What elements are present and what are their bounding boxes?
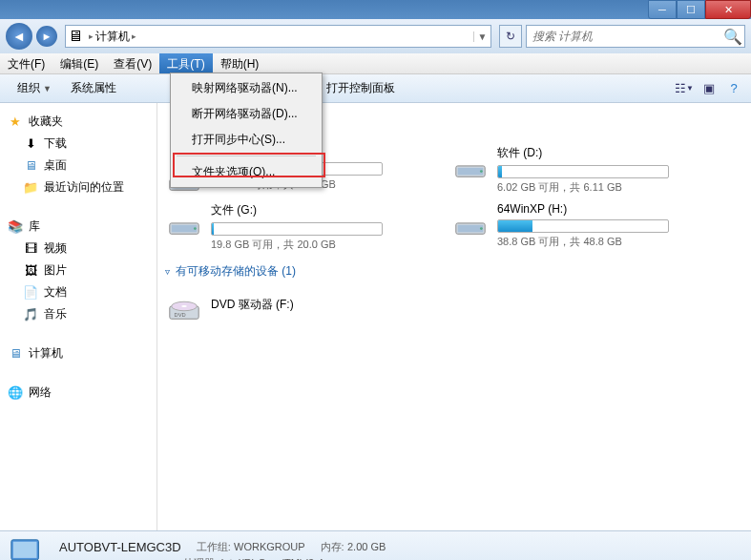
minimize-button[interactable]: ─: [648, 0, 677, 19]
window-controls: ─ ☐ ✕: [648, 0, 751, 19]
menu-item-folder-options[interactable]: 文件夹选项(O)...: [173, 159, 320, 185]
menu-item-sync-center[interactable]: 打开同步中心(S)...: [173, 127, 320, 153]
computer-name: AUTOBVT-LEMGC3D: [59, 540, 181, 554]
close-button[interactable]: ✕: [705, 0, 751, 19]
breadcrumb-segment[interactable]: ▸ 计算机 ▸: [85, 29, 140, 45]
menu-tools[interactable]: 工具(T): [159, 53, 212, 73]
tree-videos[interactable]: 🎞视频: [0, 238, 156, 259]
status-details: AUTOBVT-LEMGC3D 工作组: WORKGROUP 内存: 2.00 …: [59, 540, 386, 561]
desktop-icon: 🖥: [23, 158, 38, 174]
search-box[interactable]: 🔍: [526, 25, 745, 48]
address-dropdown-button[interactable]: ▼: [473, 31, 490, 42]
forward-button[interactable]: ►: [36, 26, 57, 47]
drive-label: DVD 驱动器 (F:): [211, 297, 432, 313]
hard-drive-icon: [165, 202, 203, 240]
explorer-body: ★收藏夹 ⬇下载 🖥桌面 📁最近访问的位置 📚库 🎞视频 🖼图片 📄文档 🎵音乐…: [0, 103, 751, 530]
svg-rect-7: [172, 225, 198, 233]
video-icon: 🎞: [23, 241, 38, 257]
svg-point-14: [181, 305, 187, 307]
drive-usage-bar: [211, 222, 383, 236]
drive-usage-bar: [497, 219, 669, 233]
navigation-pane: ★收藏夹 ⬇下载 🖥桌面 📁最近访问的位置 📚库 🎞视频 🖼图片 📄文档 🎵音乐…: [0, 103, 157, 530]
search-input[interactable]: [527, 30, 721, 43]
command-bar: 组织▼ 系统属性 打开控制面板 ☷▼ ▣ ?: [0, 74, 751, 103]
system-properties-button[interactable]: 系统属性: [61, 80, 126, 96]
menu-edit[interactable]: 编辑(E): [52, 53, 106, 73]
svg-point-5: [480, 170, 483, 173]
svg-text:DVD: DVD: [175, 312, 186, 318]
svg-rect-17: [13, 542, 37, 558]
maximize-button[interactable]: ☐: [677, 0, 705, 19]
organize-button[interactable]: 组织▼: [8, 80, 61, 96]
drive-usage-bar: [497, 165, 669, 178]
svg-rect-4: [458, 168, 484, 176]
menu-view[interactable]: 查看(V): [106, 53, 159, 73]
drive-label: 文件 (G:): [211, 202, 432, 218]
drive-stats: 38.8 GB 可用，共 48.8 GB: [497, 235, 719, 249]
window-titlebar: ─ ☐ ✕: [0, 0, 751, 19]
collapse-icon: ▿: [165, 266, 170, 277]
recent-icon: 📁: [23, 180, 38, 196]
drive-item-d[interactable]: 软件 (D:) 6.02 GB 可用，共 6.11 GB: [451, 145, 719, 197]
tools-dropdown-menu: 映射网络驱动器(N)... 断开网络驱动器(D)... 打开同步中心(S)...…: [170, 73, 323, 188]
library-icon: 📚: [8, 219, 23, 235]
help-button[interactable]: ?: [724, 79, 743, 98]
svg-rect-10: [458, 225, 484, 233]
star-icon: ★: [8, 114, 23, 130]
preview-pane-button[interactable]: ▣: [699, 79, 719, 98]
tree-pictures[interactable]: 🖼图片: [0, 259, 156, 281]
menu-help[interactable]: 帮助(H): [213, 53, 267, 73]
search-icon: 🔍: [721, 28, 744, 46]
drive-label: 软件 (D:): [497, 145, 719, 161]
tree-computer[interactable]: 🖥计算机: [0, 342, 156, 364]
svg-point-11: [480, 227, 483, 230]
document-icon: 📄: [23, 285, 38, 301]
menu-file[interactable]: 文件(F): [0, 53, 52, 73]
computer-large-icon: [8, 536, 48, 561]
tree-libraries[interactable]: 📚库: [0, 216, 156, 238]
tree-documents[interactable]: 📄文档: [0, 281, 156, 303]
svg-point-8: [194, 227, 197, 230]
menu-item-disconnect-drive[interactable]: 断开网络驱动器(D)...: [173, 101, 320, 127]
computer-icon: 🖥: [66, 28, 85, 45]
details-pane: AUTOBVT-LEMGC3D 工作组: WORKGROUP 内存: 2.00 …: [0, 530, 751, 560]
hard-drive-icon: [451, 145, 490, 183]
view-options-button[interactable]: ☷▼: [675, 79, 694, 98]
section-removable-devices[interactable]: ▿ 有可移动存储的设备 (1): [165, 258, 743, 287]
refresh-button[interactable]: ↻: [499, 25, 522, 48]
breadcrumb-text: 计算机: [95, 29, 130, 45]
navigation-bar: ◄ ► 🖥 ▸ 计算机 ▸ ▼ ↻ 🔍: [0, 19, 751, 53]
drive-stats: 19.8 GB 可用，共 20.0 GB: [211, 238, 432, 252]
tree-recent[interactable]: 📁最近访问的位置: [0, 176, 156, 198]
tree-desktop[interactable]: 🖥桌面: [0, 155, 156, 176]
music-icon: 🎵: [23, 307, 38, 322]
drive-label: 64WinXP (H:): [497, 202, 719, 216]
tree-music[interactable]: 🎵音乐: [0, 303, 156, 325]
hard-drive-icon: [451, 202, 490, 240]
tree-downloads[interactable]: ⬇下载: [0, 133, 156, 155]
back-button[interactable]: ◄: [6, 23, 32, 50]
computer-icon: 🖥: [8, 346, 23, 362]
control-panel-button[interactable]: 打开控制面板: [317, 80, 405, 96]
download-icon: ⬇: [23, 136, 38, 152]
menu-item-map-drive[interactable]: 映射网络驱动器(N)...: [173, 75, 320, 101]
menu-bar: 文件(F) 编辑(E) 查看(V) 工具(T) 帮助(H): [0, 53, 751, 74]
drive-item-dvd[interactable]: DVD DVD 驱动器 (F:): [165, 287, 432, 325]
drive-stats: 6.02 GB 可用，共 6.11 GB: [497, 180, 719, 195]
dvd-drive-icon: DVD: [165, 287, 203, 325]
picture-icon: 🖼: [23, 263, 38, 279]
tree-favorites[interactable]: ★收藏夹: [0, 111, 156, 133]
tree-network[interactable]: 🌐网络: [0, 382, 156, 404]
menu-separator: [177, 156, 316, 156]
drive-item-g[interactable]: 文件 (G:) 19.8 GB 可用，共 20.0 GB: [165, 202, 432, 252]
address-bar[interactable]: 🖥 ▸ 计算机 ▸ ▼: [65, 25, 491, 48]
drive-item-h[interactable]: 64WinXP (H:) 38.8 GB 可用，共 48.8 GB: [451, 202, 719, 252]
network-icon: 🌐: [8, 385, 23, 401]
